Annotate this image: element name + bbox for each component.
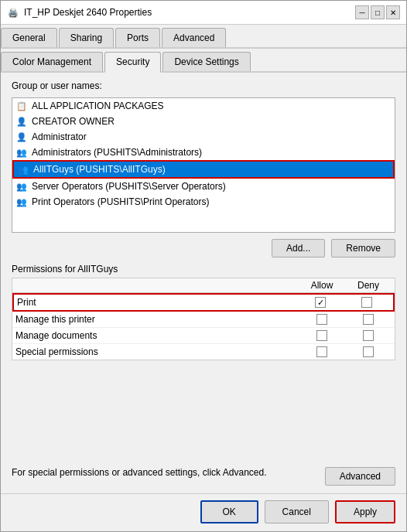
list-item[interactable]: 👥 Server Operators (PUSHITS\Server Opera… bbox=[12, 179, 395, 194]
user-label: AllITGuys (PUSHITS\AllITGuys) bbox=[33, 164, 166, 175]
perm-col-name-header bbox=[15, 280, 299, 291]
perm-allow-print[interactable]: ✓ bbox=[297, 297, 344, 308]
add-button[interactable]: Add... bbox=[272, 239, 325, 257]
user-icon-packages: 📋 bbox=[15, 100, 28, 112]
tab-sharing[interactable]: Sharing bbox=[59, 28, 114, 47]
user-icon-allitguys: 👥 bbox=[17, 163, 29, 176]
title-controls: ─ □ ✕ bbox=[355, 5, 400, 19]
remove-button[interactable]: Remove bbox=[331, 239, 395, 257]
tabs-row-2: Color Management Security Device Setting… bbox=[1, 49, 406, 73]
user-icon-creator: 👤 bbox=[15, 115, 28, 128]
perm-deny-special[interactable] bbox=[345, 346, 392, 357]
perm-name-manage-printer: Manage this printer bbox=[15, 314, 299, 325]
minimize-button[interactable]: ─ bbox=[355, 5, 369, 19]
perm-name-special: Special permissions bbox=[15, 346, 299, 357]
cancel-button[interactable]: Cancel bbox=[265, 500, 329, 523]
perm-row-print: Print ✓ bbox=[12, 293, 395, 312]
user-label: CREATOR OWNER bbox=[32, 116, 115, 127]
user-icon-admin: 👤 bbox=[15, 131, 28, 143]
user-label: Administrator bbox=[32, 131, 87, 142]
window-icon: 🖨️ bbox=[7, 6, 19, 19]
tab-device-settings[interactable]: Device Settings bbox=[162, 52, 250, 71]
ok-button[interactable]: OK bbox=[200, 500, 258, 523]
perm-col-allow-header: Allow bbox=[299, 280, 345, 291]
close-button[interactable]: ✕ bbox=[386, 5, 400, 19]
perm-allow-manage-printer[interactable] bbox=[299, 314, 345, 325]
perm-deny-manage-printer[interactable] bbox=[345, 314, 392, 325]
list-item-allitguys[interactable]: 👥 AllITGuys (PUSHITS\AllITGuys) bbox=[12, 160, 395, 179]
permissions-section: Permissions for AllITGuys Allow Deny Pri… bbox=[12, 264, 395, 360]
deny-manage-docs-checkbox[interactable] bbox=[363, 330, 374, 341]
perm-row-special: Special permissions bbox=[12, 344, 395, 360]
user-icon-admins: 👥 bbox=[15, 146, 28, 159]
permissions-header: Allow Deny bbox=[12, 278, 395, 293]
users-list[interactable]: 📋 ALL APPLICATION PACKAGES 👤 CREATOR OWN… bbox=[12, 97, 395, 233]
deny-manage-printer-checkbox[interactable] bbox=[363, 314, 374, 325]
tab-advanced[interactable]: Advanced bbox=[162, 28, 226, 47]
tab-general[interactable]: General bbox=[1, 28, 57, 47]
user-label: ALL APPLICATION PACKAGES bbox=[32, 101, 164, 111]
list-item[interactable]: 📋 ALL APPLICATION PACKAGES bbox=[12, 98, 395, 114]
perm-row-manage-docs: Manage documents bbox=[12, 328, 395, 344]
deny-special-checkbox[interactable] bbox=[363, 346, 374, 357]
tab-security[interactable]: Security bbox=[104, 52, 161, 73]
allow-manage-printer-checkbox[interactable] bbox=[316, 314, 327, 325]
window-title: IT_HP Deskjet 2640 Properties bbox=[24, 7, 152, 18]
perm-allow-special[interactable] bbox=[299, 346, 345, 357]
list-item[interactable]: 👥 Print Operators (PUSHITS\Print Operato… bbox=[12, 194, 395, 210]
permissions-table: Allow Deny Print ✓ Manage this printer bbox=[12, 278, 395, 360]
list-item[interactable]: 👤 CREATOR OWNER bbox=[12, 114, 395, 129]
content-area: Group or user names: 📋 ALL APPLICATION P… bbox=[1, 73, 406, 493]
maximize-button[interactable]: □ bbox=[371, 5, 385, 19]
user-icon-print-ops: 👥 bbox=[15, 196, 28, 208]
advanced-row: For special permissions or advanced sett… bbox=[12, 467, 395, 486]
main-window: 🖨️ IT_HP Deskjet 2640 Properties ─ □ ✕ G… bbox=[0, 0, 407, 532]
allow-print-checkbox[interactable]: ✓ bbox=[315, 297, 326, 308]
user-icon-server-ops: 👥 bbox=[15, 180, 28, 193]
perm-allow-manage-docs[interactable] bbox=[299, 330, 345, 341]
allow-manage-docs-checkbox[interactable] bbox=[316, 330, 327, 341]
title-bar: 🖨️ IT_HP Deskjet 2640 Properties ─ □ ✕ bbox=[1, 1, 406, 25]
permissions-label: Permissions for AllITGuys bbox=[12, 264, 395, 275]
perm-name-manage-docs: Manage documents bbox=[15, 330, 299, 341]
user-label: Print Operators (PUSHITS\Print Operators… bbox=[32, 196, 209, 207]
tabs-row-1: General Sharing Ports Advanced bbox=[1, 25, 406, 49]
user-label: Administrators (PUSHITS\Administrators) bbox=[32, 147, 202, 158]
user-label: Server Operators (PUSHITS\Server Operato… bbox=[32, 181, 226, 192]
tab-ports[interactable]: Ports bbox=[115, 28, 160, 47]
apply-button[interactable]: Apply bbox=[335, 500, 395, 523]
group-users-label: Group or user names: bbox=[12, 80, 395, 91]
add-remove-row: Add... Remove bbox=[12, 239, 395, 257]
perm-deny-print[interactable] bbox=[344, 297, 390, 308]
title-bar-left: 🖨️ IT_HP Deskjet 2640 Properties bbox=[7, 6, 152, 19]
perm-row-manage-printer: Manage this printer bbox=[12, 312, 395, 328]
advanced-button[interactable]: Advanced bbox=[325, 467, 395, 486]
allow-special-checkbox[interactable] bbox=[316, 346, 327, 357]
list-item[interactable]: 👥 Administrators (PUSHITS\Administrators… bbox=[12, 145, 395, 160]
footer-buttons: OK Cancel Apply bbox=[1, 493, 406, 531]
perm-name-print: Print bbox=[17, 297, 297, 308]
advanced-text: For special permissions or advanced sett… bbox=[12, 467, 325, 478]
deny-print-checkbox[interactable] bbox=[361, 297, 372, 308]
list-item[interactable]: 👤 Administrator bbox=[12, 129, 395, 145]
perm-deny-manage-docs[interactable] bbox=[345, 330, 392, 341]
perm-col-deny-header: Deny bbox=[345, 280, 392, 291]
tab-color-management[interactable]: Color Management bbox=[1, 52, 103, 71]
